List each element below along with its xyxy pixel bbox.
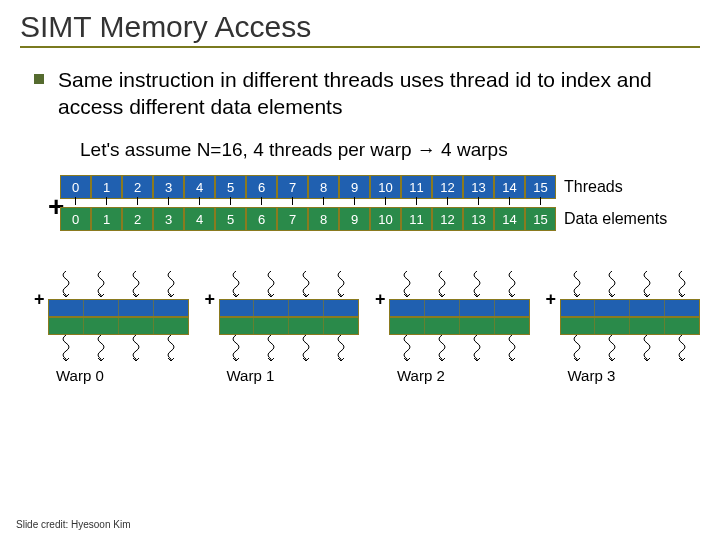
data-cell: 6 — [246, 207, 277, 231]
data-cell: 12 — [432, 207, 463, 231]
thread-cell: 8 — [308, 175, 339, 199]
spring-icon — [163, 335, 179, 361]
plus-icon: + — [546, 289, 557, 310]
page-title: SIMT Memory Access — [20, 10, 700, 44]
thread-cell: 1 — [91, 175, 122, 199]
assumption-text: Let's assume N=16, 4 threads per warp → … — [80, 139, 700, 161]
thread-cell: 14 — [494, 175, 525, 199]
warp-data-bar — [219, 317, 360, 335]
thread-cell: 6 — [246, 175, 277, 199]
plus-icon: + — [34, 289, 45, 310]
warp-block: + Warp 3 — [560, 271, 701, 384]
warp-data-bar — [389, 317, 530, 335]
spring-icon — [128, 271, 144, 297]
data-cell: 14 — [494, 207, 525, 231]
index-grid: + 0 1 2 3 4 5 6 7 8 9 10 11 12 13 14 15 … — [60, 175, 700, 384]
square-bullet-icon — [34, 74, 44, 84]
spring-icon — [128, 335, 144, 361]
spring-icon — [434, 335, 450, 361]
warp-block: + Warp 1 — [219, 271, 360, 384]
threads-label: Threads — [564, 178, 623, 196]
spring-icon — [569, 335, 585, 361]
warp-data-bar — [560, 317, 701, 335]
spring-row-top — [560, 271, 701, 299]
thread-cell: 4 — [184, 175, 215, 199]
data-cell: 4 — [184, 207, 215, 231]
spring-icon — [163, 271, 179, 297]
title-divider — [20, 46, 700, 48]
data-cell: 2 — [122, 207, 153, 231]
spring-icon — [674, 271, 690, 297]
warp-label: Warp 0 — [56, 367, 189, 384]
spring-icon — [93, 335, 109, 361]
threads-row: 0 1 2 3 4 5 6 7 8 9 10 11 12 13 14 15 Th… — [60, 175, 700, 199]
data-cell: 0 — [60, 207, 91, 231]
data-cell: 1 — [91, 207, 122, 231]
warp-block: + Warp 2 — [389, 271, 530, 384]
thread-cell: 10 — [370, 175, 401, 199]
thread-cell: 13 — [463, 175, 494, 199]
warp-threads-bar — [389, 299, 530, 317]
thread-cell: 5 — [215, 175, 246, 199]
plus-icon: + — [205, 289, 216, 310]
bullet-text: Same instruction in different threads us… — [58, 66, 700, 121]
spring-icon — [604, 271, 620, 297]
spring-icon — [93, 271, 109, 297]
spring-icon — [58, 271, 74, 297]
data-cell: 5 — [215, 207, 246, 231]
spring-row-top — [219, 271, 360, 299]
spring-icon — [263, 271, 279, 297]
warp-label: Warp 3 — [568, 367, 701, 384]
spring-icon — [399, 335, 415, 361]
spring-icon — [469, 271, 485, 297]
spring-icon — [674, 335, 690, 361]
spring-icon — [228, 335, 244, 361]
spring-icon — [298, 335, 314, 361]
spring-icon — [504, 271, 520, 297]
spring-icon — [399, 271, 415, 297]
warp-threads-bar — [560, 299, 701, 317]
plus-icon: + — [375, 289, 386, 310]
thread-cell: 11 — [401, 175, 432, 199]
spring-row-bottom — [560, 335, 701, 363]
spring-icon — [228, 271, 244, 297]
spring-icon — [639, 271, 655, 297]
thread-cell: 9 — [339, 175, 370, 199]
spring-icon — [469, 335, 485, 361]
data-row: 0 1 2 3 4 5 6 7 8 9 10 11 12 13 14 15 Da… — [60, 207, 700, 231]
spring-icon — [504, 335, 520, 361]
warp-data-bar — [48, 317, 189, 335]
spring-row-top — [389, 271, 530, 299]
data-cell: 3 — [153, 207, 184, 231]
data-cell: 7 — [277, 207, 308, 231]
thread-cell: 7 — [277, 175, 308, 199]
spring-icon — [58, 335, 74, 361]
data-cell: 11 — [401, 207, 432, 231]
spring-icon — [639, 335, 655, 361]
data-cell: 15 — [525, 207, 556, 231]
spring-icon — [604, 335, 620, 361]
thread-cell: 12 — [432, 175, 463, 199]
warps-row: + Warp 0 + — [48, 271, 700, 384]
thread-cell: 2 — [122, 175, 153, 199]
spring-icon — [263, 335, 279, 361]
spring-icon — [333, 271, 349, 297]
spring-row-bottom — [48, 335, 189, 363]
spring-icon — [434, 271, 450, 297]
warp-threads-bar — [48, 299, 189, 317]
data-label: Data elements — [564, 210, 667, 228]
thread-cell: 0 — [60, 175, 91, 199]
spring-row-top — [48, 271, 189, 299]
data-cell: 9 — [339, 207, 370, 231]
thread-cell: 15 — [525, 175, 556, 199]
spring-row-bottom — [389, 335, 530, 363]
warp-block: + Warp 0 — [48, 271, 189, 384]
spring-icon — [333, 335, 349, 361]
data-cell: 8 — [308, 207, 339, 231]
spring-icon — [569, 271, 585, 297]
bullet-item: Same instruction in different threads us… — [34, 66, 700, 121]
warp-label: Warp 1 — [227, 367, 360, 384]
slide-credit: Slide credit: Hyesoon Kim — [16, 519, 131, 530]
warp-label: Warp 2 — [397, 367, 530, 384]
warp-threads-bar — [219, 299, 360, 317]
